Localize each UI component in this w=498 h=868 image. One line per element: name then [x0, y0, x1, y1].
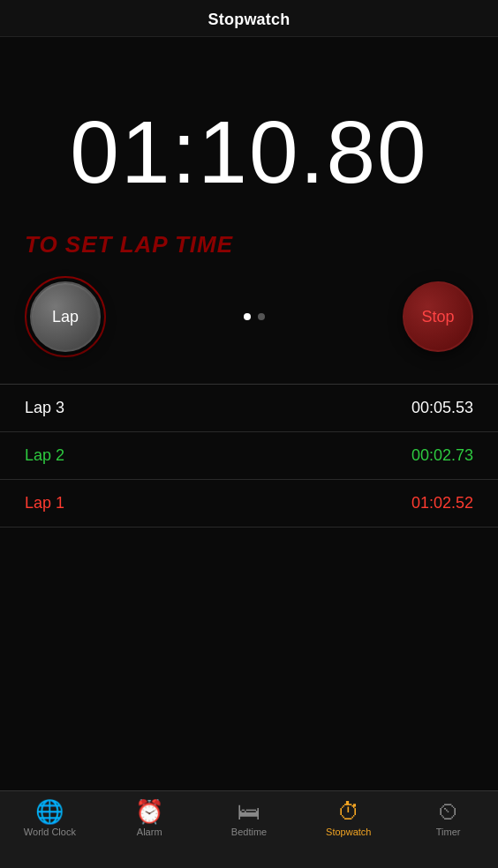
world-clock-icon: 🌐 — [35, 800, 64, 823]
alarm-label: Alarm — [137, 827, 162, 837]
tab-world-clock[interactable]: 🌐 World Clock — [0, 800, 100, 837]
lap-list: Lap 3 00:05.53 Lap 2 00:02.73 Lap 1 01:0… — [0, 385, 498, 528]
bedtime-icon: 🛏 — [238, 800, 260, 823]
timer-label: Timer — [436, 827, 461, 837]
stop-button[interactable]: Stop — [403, 281, 473, 352]
main-content: 01:10.80 To Set Lap Time Lap Stop Lap 3 … — [0, 37, 498, 528]
lap-1-time: 01:02.52 — [411, 494, 473, 513]
page-title: Stopwatch — [208, 11, 290, 29]
lap-3-label: Lap 3 — [25, 399, 64, 417]
lap-1-label: Lap 1 — [25, 494, 64, 513]
lap-item-3: Lap 3 00:05.53 — [0, 385, 498, 432]
lap-button[interactable]: Lap — [30, 281, 101, 352]
tab-bedtime[interactable]: 🛏 Bedtime — [200, 800, 299, 837]
lap-button-wrapper: Lap — [25, 276, 106, 357]
lap-2-label: Lap 2 — [25, 446, 64, 465]
lap-3-time: 00:05.53 — [411, 399, 473, 417]
timer-display: 01:10.80 — [70, 108, 427, 196]
dot-inactive — [258, 313, 265, 320]
timer-icon: ⏲ — [437, 800, 460, 823]
header: Stopwatch — [0, 0, 498, 37]
bedtime-label: Bedtime — [231, 827, 267, 837]
dot-active — [244, 313, 251, 320]
lap-2-time: 00:02.73 — [411, 446, 473, 465]
tab-timer[interactable]: ⏲ Timer — [398, 800, 498, 837]
tab-bar: 🌐 World Clock ⏰ Alarm 🛏 Bedtime ⏱ Stopwa… — [0, 790, 498, 868]
lap-item-1: Lap 1 01:02.52 — [0, 480, 498, 528]
stopwatch-label: Stopwatch — [326, 827, 371, 837]
alarm-icon: ⏰ — [135, 800, 163, 823]
tab-stopwatch[interactable]: ⏱ Stopwatch — [298, 800, 398, 837]
world-clock-label: World Clock — [24, 827, 76, 837]
lap-item-2: Lap 2 00:02.73 — [0, 432, 498, 480]
tab-alarm[interactable]: ⏰ Alarm — [100, 800, 200, 837]
stopwatch-icon: ⏱ — [337, 800, 360, 823]
dots-indicator — [244, 313, 265, 320]
instruction-text: To Set Lap Time — [25, 231, 233, 258]
buttons-row: Lap Stop — [0, 276, 498, 357]
